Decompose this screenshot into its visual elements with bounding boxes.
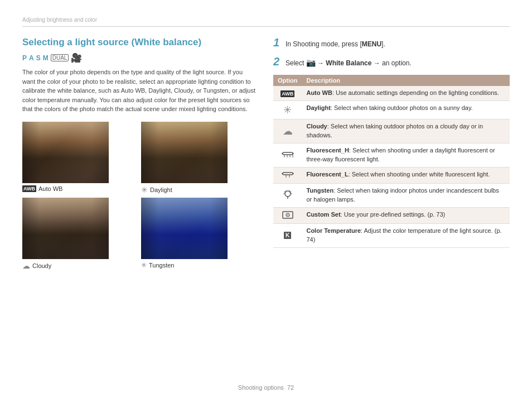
desc-text-tungsten: : Select when taking indoor photos under… bbox=[306, 187, 499, 203]
desc-fluor-h: Fluorescent_H: Select when shooting unde… bbox=[302, 143, 510, 168]
page-container: Adjusting brightness and color Selecting… bbox=[0, 0, 532, 402]
description-text: The color of your photo depends on the t… bbox=[22, 68, 257, 114]
table-row-cloudy: ☁ Cloudy: Select when taking outdoor pho… bbox=[273, 119, 510, 143]
step-2: 2 Select 📷 → White Balance → an option. bbox=[273, 56, 510, 69]
photo-cloudy bbox=[22, 198, 109, 259]
desc-text-fluor-l: : Select when shooting under white fluor… bbox=[349, 171, 490, 178]
photo-daylight bbox=[141, 122, 228, 183]
icon-cell-autowb: AWB bbox=[273, 86, 302, 100]
svg-point-22 bbox=[287, 214, 288, 216]
icon-cell-fluor-h bbox=[273, 143, 302, 168]
desc-fluor-l: Fluorescent_L: Select when shooting unde… bbox=[302, 168, 510, 184]
name-colortemp: Color Temperature bbox=[306, 227, 361, 234]
table-row-tungsten: Tungsten: Select when taking indoor phot… bbox=[273, 184, 510, 208]
table-row-daylight: ✳ Daylight: Select when taking outdoor p… bbox=[273, 101, 510, 119]
photo-label-tungsten: ✳ Tungsten bbox=[141, 261, 257, 269]
menu-key: MENU bbox=[362, 40, 381, 48]
icon-cell-daylight: ✳ bbox=[273, 101, 302, 119]
white-balance-label: White Balance bbox=[326, 59, 371, 67]
desc-autowb: Auto WB: Use automatic settings dependin… bbox=[302, 86, 510, 100]
desc-text-daylight: : Select when taking outdoor photos on a… bbox=[331, 104, 473, 111]
table-row-colortemp: K Color Temperature: Adjust the color te… bbox=[273, 223, 510, 247]
mode-indicators: P A S M DUAL 🎥 bbox=[22, 52, 257, 63]
left-column: Selecting a light source (White balance)… bbox=[22, 37, 257, 380]
desc-text-cloudy: : Select when taking outdoor photos on a… bbox=[306, 123, 483, 138]
cloudy-label-icon: ☁ bbox=[22, 261, 30, 270]
icon-cloudy: ☁ bbox=[283, 126, 293, 137]
tungsten-label-icon: ✳ bbox=[141, 261, 147, 269]
step-1-line: 1 In Shooting mode, press [MENU]. bbox=[273, 37, 510, 49]
photo-label-autowb: AWB Auto WB bbox=[22, 185, 138, 192]
desc-custom: Custom Set: Use your pre-defined setting… bbox=[302, 207, 510, 223]
icon-cell-colortemp: K bbox=[273, 223, 302, 247]
content-area: Selecting a light source (White balance)… bbox=[22, 37, 510, 380]
icon-cell-tungsten bbox=[273, 184, 302, 208]
mode-m: M bbox=[43, 54, 49, 62]
wb-table: Option Description AWB Auto WB: Use auto… bbox=[273, 75, 510, 247]
autowb-label-text: Auto WB bbox=[38, 185, 62, 192]
name-fluor-l: Fluorescent_L bbox=[306, 171, 348, 178]
desc-cloudy: Cloudy: Select when taking outdoor photo… bbox=[302, 119, 510, 143]
cloudy-label-text: Cloudy bbox=[32, 262, 51, 269]
step-1-text: In Shooting mode, press [MENU]. bbox=[286, 40, 385, 49]
icon-awb: AWB bbox=[280, 90, 294, 97]
icon-tungsten bbox=[283, 190, 293, 200]
icon-cell-fluor-l bbox=[273, 168, 302, 184]
step-2-line: 2 Select 📷 → White Balance → an option. bbox=[273, 56, 510, 69]
desc-daylight: Daylight: Select when taking outdoor pho… bbox=[302, 101, 510, 119]
name-custom: Custom Set bbox=[306, 211, 340, 218]
table-header-row: Option Description bbox=[273, 75, 510, 86]
name-fluor-h: Fluorescent_H bbox=[306, 147, 349, 154]
icon-fluor-l bbox=[282, 170, 294, 179]
icon-custom bbox=[282, 210, 293, 219]
step-1: 1 In Shooting mode, press [MENU]. bbox=[273, 37, 510, 49]
name-autowb: Auto WB bbox=[306, 89, 332, 96]
svg-rect-0 bbox=[283, 152, 293, 155]
section-title: Selecting a light source (White balance) bbox=[22, 37, 257, 48]
mode-dual: DUAL bbox=[51, 54, 69, 61]
camera-icon: 📷 bbox=[306, 58, 316, 67]
header-description: Description bbox=[302, 75, 510, 86]
icon-daylight: ✳ bbox=[283, 104, 292, 116]
mode-s: S bbox=[36, 54, 41, 62]
desc-text-custom: : Use your pre-defined settings. (p. 73) bbox=[341, 211, 446, 218]
mode-a: A bbox=[29, 54, 34, 62]
icon-colortemp: K bbox=[284, 232, 291, 239]
desc-text-autowb: : Use automatic settings depending on th… bbox=[332, 89, 499, 96]
photo-item-cloudy: ☁ Cloudy bbox=[22, 198, 138, 270]
icon-cell-cloudy: ☁ bbox=[273, 119, 302, 143]
desc-tungsten: Tungsten: Select when taking indoor phot… bbox=[302, 184, 510, 208]
icon-fluor-h bbox=[282, 150, 294, 159]
table-row-autowb: AWB Auto WB: Use automatic settings depe… bbox=[273, 86, 510, 100]
photo-label-daylight: ✳ Daylight bbox=[141, 185, 257, 194]
mode-p: P bbox=[22, 54, 27, 62]
name-tungsten: Tungsten bbox=[306, 187, 333, 194]
photo-item-tungsten: ✳ Tungsten bbox=[141, 198, 257, 270]
svg-line-15 bbox=[284, 192, 286, 193]
name-cloudy: Cloudy bbox=[306, 123, 327, 130]
mode-video-icon: 🎥 bbox=[71, 52, 82, 63]
photo-item-daylight: ✳ Daylight bbox=[141, 122, 257, 194]
footer-page: 72 bbox=[287, 384, 294, 391]
step-2-number: 2 bbox=[273, 56, 282, 67]
table-row-fluor-l: Fluorescent_L: Select when shooting unde… bbox=[273, 168, 510, 184]
photo-tungsten bbox=[141, 198, 228, 259]
daylight-label-text: Daylight bbox=[150, 186, 172, 193]
svg-point-12 bbox=[285, 191, 291, 197]
autowb-label-icon: AWB bbox=[22, 185, 36, 192]
tungsten-label-text: Tungsten bbox=[149, 262, 174, 269]
photo-label-cloudy: ☁ Cloudy bbox=[22, 261, 138, 270]
footer-text: Shooting options bbox=[238, 384, 284, 391]
photo-item-autowb: AWB Auto WB bbox=[22, 122, 138, 194]
name-daylight: Daylight bbox=[306, 104, 330, 111]
right-column: 1 In Shooting mode, press [MENU]. 2 Sele… bbox=[273, 37, 510, 380]
photo-autowb bbox=[22, 122, 109, 183]
svg-rect-7 bbox=[283, 173, 293, 175]
daylight-label-icon: ✳ bbox=[141, 185, 148, 194]
photo-grid: AWB Auto WB ✳ Daylight ☁ bbox=[22, 122, 257, 270]
icon-cell-custom bbox=[273, 207, 302, 223]
step-1-number: 1 bbox=[273, 37, 282, 48]
header-option: Option bbox=[273, 75, 302, 86]
page-footer: Shooting options 72 bbox=[22, 380, 510, 391]
table-row-custom: Custom Set: Use your pre-defined setting… bbox=[273, 207, 510, 223]
